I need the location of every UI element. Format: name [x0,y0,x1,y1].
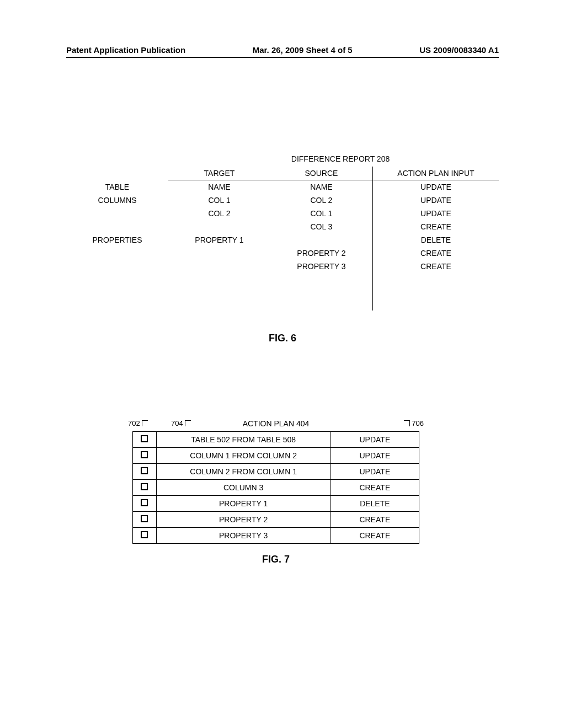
action-desc: PROPERTY 1 [156,496,331,512]
action-type: UPDATE [331,464,419,480]
header-pub-number: US 2009/0083340 A1 [419,45,499,55]
source-cell: PROPERTY 2 [270,247,373,260]
checkbox-icon[interactable] [141,483,148,490]
action-desc: PROPERTY 3 [156,528,331,544]
action-type: CREATE [331,528,419,544]
table-row: PROPERTY 2 CREATE [133,512,419,528]
table-row: PROPERTY 3 CREATE [133,528,419,544]
action-cell: UPDATE [372,180,499,194]
checkbox-icon[interactable] [141,531,148,538]
fig6-title: DIFFERENCE REPORT 208 [182,154,499,163]
row-label: PROPERTIES [66,233,168,247]
table-row: COL 2 COL 1 UPDATE [66,207,499,220]
target-cell [168,247,270,260]
action-type: DELETE [331,496,419,512]
table-row: TABLE NAME NAME UPDATE [66,180,499,194]
difference-report-table: TARGET SOURCE ACTION PLAN INPUT TABLE NA… [66,167,499,311]
target-cell [168,220,270,233]
row-label [66,247,168,260]
table-row: COLUMN 3 CREATE [133,480,419,496]
source-cell [270,233,373,247]
fig7-caption: FIG. 7 [132,554,419,565]
table-row: COL 3 CREATE [66,220,499,233]
target-cell: COL 1 [168,194,270,207]
figure-7: 702 704 ACTION PLAN 404 706 TABLE 502 FR… [132,419,419,565]
action-type: UPDATE [331,432,419,448]
source-cell: COL 2 [270,194,373,207]
table-row [66,273,499,311]
target-cell [168,260,270,273]
row-label [66,260,168,273]
checkbox-icon[interactable] [141,467,148,474]
action-plan-table: TABLE 502 FROM TABLE 508 UPDATE COLUMN 1… [132,431,419,544]
col-header-action: ACTION PLAN INPUT [372,167,499,180]
action-cell: CREATE [372,247,499,260]
row-label [66,207,168,220]
source-cell: COL 3 [270,220,373,233]
table-row: PROPERTY 2 CREATE [66,247,499,260]
action-desc: TABLE 502 FROM TABLE 508 [156,432,331,448]
action-cell: DELETE [372,233,499,247]
table-row: COLUMN 1 FROM COLUMN 2 UPDATE [133,448,419,464]
action-desc: COLUMN 2 FROM COLUMN 1 [156,464,331,480]
col-header-target: TARGET [168,167,270,180]
action-desc: COLUMN 3 [156,480,331,496]
target-cell: PROPERTY 1 [168,233,270,247]
figure-6: DIFFERENCE REPORT 208 TARGET SOURCE ACTI… [66,154,499,344]
table-row: COLUMNS COL 1 COL 2 UPDATE [66,194,499,207]
target-cell: NAME [168,180,270,194]
source-cell: PROPERTY 3 [270,260,373,273]
row-label: TABLE [66,180,168,194]
table-row: COLUMN 2 FROM COLUMN 1 UPDATE [133,464,419,480]
checkbox-icon[interactable] [141,515,148,522]
col-header-source: SOURCE [270,167,373,180]
action-type: CREATE [331,480,419,496]
row-label [66,220,168,233]
action-desc: PROPERTY 2 [156,512,331,528]
action-cell: UPDATE [372,207,499,220]
table-row: PROPERTY 1 DELETE [133,496,419,512]
checkbox-icon[interactable] [141,435,148,442]
action-desc: COLUMN 1 FROM COLUMN 2 [156,448,331,464]
action-cell: CREATE [372,260,499,273]
checkbox-icon[interactable] [141,499,148,506]
row-label: COLUMNS [66,194,168,207]
source-cell: COL 1 [270,207,373,220]
header-date-sheet: Mar. 26, 2009 Sheet 4 of 5 [253,45,353,55]
fig7-title: ACTION PLAN 404 [132,419,419,428]
action-type: UPDATE [331,448,419,464]
fig6-caption: FIG. 6 [66,333,499,344]
checkbox-icon[interactable] [141,451,148,458]
table-row: TABLE 502 FROM TABLE 508 UPDATE [133,432,419,448]
target-cell: COL 2 [168,207,270,220]
header-publication: Patent Application Publication [66,45,185,55]
action-type: CREATE [331,512,419,528]
table-row: PROPERTY 3 CREATE [66,260,499,273]
action-cell: UPDATE [372,194,499,207]
table-row: PROPERTIES PROPERTY 1 DELETE [66,233,499,247]
source-cell: NAME [270,180,373,194]
action-cell: CREATE [372,220,499,233]
ref-706: 706 [403,419,424,427]
page-header: Patent Application Publication Mar. 26, … [66,45,499,58]
